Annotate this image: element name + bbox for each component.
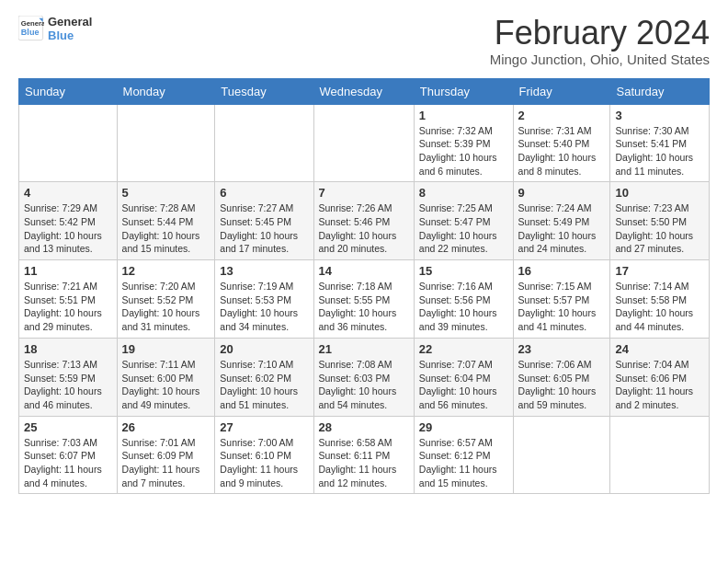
calendar-cell: 16Sunrise: 7:15 AMSunset: 5:57 PMDayligh…: [513, 260, 610, 339]
calendar-cell: [215, 104, 313, 182]
day-info: Sunrise: 7:11 AMSunset: 6:00 PMDaylight:…: [122, 358, 210, 412]
calendar-cell: 28Sunrise: 6:58 AMSunset: 6:11 PMDayligh…: [313, 416, 414, 494]
calendar-cell: 24Sunrise: 7:04 AMSunset: 6:06 PMDayligh…: [610, 338, 710, 416]
day-info: Sunrise: 7:19 AMSunset: 5:53 PMDaylight:…: [220, 280, 308, 334]
day-number: 9: [518, 186, 606, 200]
calendar-cell: 1Sunrise: 7:32 AMSunset: 5:39 PMDaylight…: [414, 104, 513, 182]
day-number: 4: [24, 186, 112, 200]
day-number: 1: [419, 109, 508, 122]
day-info: Sunrise: 7:00 AMSunset: 6:10 PMDaylight:…: [220, 436, 308, 490]
day-number: 11: [24, 264, 112, 278]
day-number: 12: [122, 264, 210, 278]
day-info: Sunrise: 7:16 AMSunset: 5:56 PMDaylight:…: [419, 280, 508, 334]
day-info: Sunrise: 7:21 AMSunset: 5:51 PMDaylight:…: [24, 280, 112, 334]
logo-line2: Blue: [48, 29, 92, 42]
calendar-cell: 20Sunrise: 7:10 AMSunset: 6:02 PMDayligh…: [215, 338, 313, 416]
logo-line1: General: [48, 15, 92, 29]
calendar-cell: 2Sunrise: 7:31 AMSunset: 5:40 PMDaylight…: [513, 104, 610, 182]
day-info: Sunrise: 7:07 AMSunset: 6:04 PMDaylight:…: [419, 358, 508, 412]
week-row-0: 1Sunrise: 7:32 AMSunset: 5:39 PMDaylight…: [19, 104, 710, 182]
day-number: 28: [319, 420, 409, 434]
day-number: 10: [615, 186, 704, 200]
calendar-title: February 2024: [490, 15, 710, 52]
calendar-cell: 19Sunrise: 7:11 AMSunset: 6:00 PMDayligh…: [117, 338, 215, 416]
calendar-header-row: SundayMondayTuesdayWednesdayThursdayFrid…: [19, 78, 710, 104]
day-info: Sunrise: 7:25 AMSunset: 5:47 PMDaylight:…: [419, 201, 508, 256]
day-info: Sunrise: 7:32 AMSunset: 5:39 PMDaylight:…: [419, 124, 508, 178]
calendar-cell: [313, 104, 414, 182]
day-number: 7: [319, 186, 409, 200]
calendar-cell: 25Sunrise: 7:03 AMSunset: 6:07 PMDayligh…: [19, 416, 118, 494]
day-number: 14: [319, 264, 409, 278]
day-info: Sunrise: 7:13 AMSunset: 5:59 PMDaylight:…: [24, 358, 112, 412]
header-tuesday: Tuesday: [215, 78, 313, 104]
calendar-table: SundayMondayTuesdayWednesdayThursdayFrid…: [18, 78, 710, 495]
calendar-cell: 21Sunrise: 7:08 AMSunset: 6:03 PMDayligh…: [313, 338, 414, 416]
day-number: 19: [122, 342, 210, 356]
day-number: 23: [518, 342, 606, 356]
week-row-1: 4Sunrise: 7:29 AMSunset: 5:42 PMDaylight…: [19, 182, 710, 260]
calendar-cell: 22Sunrise: 7:07 AMSunset: 6:04 PMDayligh…: [414, 338, 513, 416]
week-row-4: 25Sunrise: 7:03 AMSunset: 6:07 PMDayligh…: [19, 416, 710, 494]
day-info: Sunrise: 7:06 AMSunset: 6:05 PMDaylight:…: [518, 358, 606, 412]
day-number: 13: [220, 264, 308, 278]
calendar-cell: 7Sunrise: 7:26 AMSunset: 5:46 PMDaylight…: [313, 182, 414, 260]
day-info: Sunrise: 7:26 AMSunset: 5:46 PMDaylight:…: [319, 201, 409, 256]
logo: General Blue General Blue: [18, 15, 92, 42]
day-info: Sunrise: 7:29 AMSunset: 5:42 PMDaylight:…: [24, 201, 112, 256]
day-info: Sunrise: 7:23 AMSunset: 5:50 PMDaylight:…: [615, 201, 704, 256]
day-number: 24: [615, 342, 704, 356]
week-row-2: 11Sunrise: 7:21 AMSunset: 5:51 PMDayligh…: [19, 260, 710, 339]
header-thursday: Thursday: [414, 78, 513, 104]
calendar-cell: 8Sunrise: 7:25 AMSunset: 5:47 PMDaylight…: [414, 182, 513, 260]
day-number: 25: [24, 420, 112, 434]
day-info: Sunrise: 7:27 AMSunset: 5:45 PMDaylight:…: [220, 201, 308, 256]
day-number: 21: [319, 342, 409, 356]
day-info: Sunrise: 7:31 AMSunset: 5:40 PMDaylight:…: [518, 124, 606, 178]
day-number: 20: [220, 342, 308, 356]
day-number: 29: [419, 420, 508, 434]
calendar-cell: [19, 104, 118, 182]
header-monday: Monday: [117, 78, 215, 104]
calendar-cell: 4Sunrise: 7:29 AMSunset: 5:42 PMDaylight…: [19, 182, 118, 260]
calendar-cell: [610, 416, 710, 494]
day-info: Sunrise: 7:20 AMSunset: 5:52 PMDaylight:…: [122, 280, 210, 334]
day-number: 6: [220, 186, 308, 200]
header-sunday: Sunday: [19, 78, 118, 104]
calendar-cell: 15Sunrise: 7:16 AMSunset: 5:56 PMDayligh…: [414, 260, 513, 339]
day-number: 27: [220, 420, 308, 434]
day-number: 22: [419, 342, 508, 356]
day-number: 26: [122, 420, 210, 434]
title-block: February 2024 Mingo Junction, Ohio, Unit…: [490, 15, 710, 67]
day-info: Sunrise: 7:15 AMSunset: 5:57 PMDaylight:…: [518, 280, 606, 334]
calendar-cell: 9Sunrise: 7:24 AMSunset: 5:49 PMDaylight…: [513, 182, 610, 260]
svg-text:General: General: [21, 19, 44, 28]
day-info: Sunrise: 7:28 AMSunset: 5:44 PMDaylight:…: [122, 201, 210, 256]
calendar-cell: [117, 104, 215, 182]
day-number: 5: [122, 186, 210, 200]
day-info: Sunrise: 7:03 AMSunset: 6:07 PMDaylight:…: [24, 436, 112, 490]
day-info: Sunrise: 7:01 AMSunset: 6:09 PMDaylight:…: [122, 436, 210, 490]
calendar-cell: 5Sunrise: 7:28 AMSunset: 5:44 PMDaylight…: [117, 182, 215, 260]
calendar-cell: 10Sunrise: 7:23 AMSunset: 5:50 PMDayligh…: [610, 182, 710, 260]
calendar-cell: 18Sunrise: 7:13 AMSunset: 5:59 PMDayligh…: [19, 338, 118, 416]
calendar-cell: 17Sunrise: 7:14 AMSunset: 5:58 PMDayligh…: [610, 260, 710, 339]
calendar-cell: 27Sunrise: 7:00 AMSunset: 6:10 PMDayligh…: [215, 416, 313, 494]
day-info: Sunrise: 7:24 AMSunset: 5:49 PMDaylight:…: [518, 201, 606, 256]
header-friday: Friday: [513, 78, 610, 104]
day-info: Sunrise: 7:04 AMSunset: 6:06 PMDaylight:…: [615, 358, 704, 412]
day-info: Sunrise: 7:14 AMSunset: 5:58 PMDaylight:…: [615, 280, 704, 334]
calendar-cell: 14Sunrise: 7:18 AMSunset: 5:55 PMDayligh…: [313, 260, 414, 339]
day-number: 16: [518, 264, 606, 278]
day-info: Sunrise: 7:08 AMSunset: 6:03 PMDaylight:…: [319, 358, 409, 412]
day-info: Sunrise: 7:10 AMSunset: 6:02 PMDaylight:…: [220, 358, 308, 412]
calendar-cell: [513, 416, 610, 494]
day-info: Sunrise: 6:58 AMSunset: 6:11 PMDaylight:…: [319, 436, 409, 490]
calendar-cell: 29Sunrise: 6:57 AMSunset: 6:12 PMDayligh…: [414, 416, 513, 494]
calendar-cell: 6Sunrise: 7:27 AMSunset: 5:45 PMDaylight…: [215, 182, 313, 260]
day-number: 3: [615, 109, 704, 122]
calendar-cell: 12Sunrise: 7:20 AMSunset: 5:52 PMDayligh…: [117, 260, 215, 339]
svg-text:Blue: Blue: [21, 28, 40, 37]
calendar-cell: 3Sunrise: 7:30 AMSunset: 5:41 PMDaylight…: [610, 104, 710, 182]
day-info: Sunrise: 7:18 AMSunset: 5:55 PMDaylight:…: [319, 280, 409, 334]
